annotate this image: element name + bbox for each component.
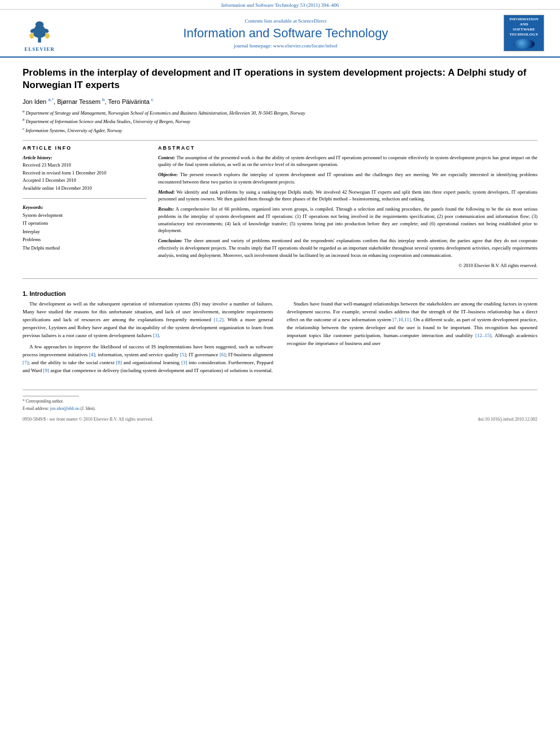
- journal-homepage-url: www.elsevier.com/locate/infsof: [273, 43, 338, 49]
- divider-body: [23, 278, 537, 279]
- journal-logo-text: INFORMATION AND SOFTWARE TECHNOLOGY: [509, 17, 539, 37]
- ref-7[interactable]: [7]: [23, 360, 29, 365]
- accepted-date: Accepted 1 December 2010: [23, 177, 147, 185]
- abstract-heading: ABSTRACT: [158, 145, 537, 151]
- elsevier-logo-area: ELSEVIER: [11, 14, 68, 52]
- sciencedirect-link: Contents lists available at ScienceDirec…: [68, 18, 504, 24]
- sciencedirect-anchor[interactable]: ScienceDirect: [298, 18, 326, 24]
- elsevier-label: ELSEVIER: [24, 46, 55, 52]
- ref-4[interactable]: [4]: [89, 352, 95, 357]
- article-history: Article history: Received 23 March 2010 …: [23, 154, 147, 193]
- ref-9[interactable]: [9]: [43, 368, 50, 373]
- footnote-separator: [23, 396, 79, 396]
- divider-1: [23, 140, 537, 141]
- svg-rect-0: [38, 37, 41, 42]
- journal-header-center: Contents lists available at ScienceDirec…: [68, 18, 504, 49]
- journal-logo-circle-icon: [513, 39, 535, 49]
- ref-3[interactable]: [3]: [153, 333, 159, 338]
- revised-date: Received in revised form 1 December 2010: [23, 169, 147, 177]
- journal-header: ELSEVIER Contents lists available at Sci…: [0, 10, 560, 58]
- intro-para-1: The development as well as the subsequen…: [23, 300, 273, 340]
- page-footer: 0950-5849/$ - see front matter © 2010 El…: [23, 417, 537, 422]
- introduction-body-columns: The development as well as the subsequen…: [23, 300, 537, 378]
- ref-8[interactable]: [8]: [116, 360, 122, 365]
- copyright-footer: 0950-5849/$ - see front matter © 2010 El…: [23, 417, 153, 422]
- svg-point-3: [36, 21, 44, 28]
- keyword-1: System development: [23, 211, 147, 219]
- intro-para-3: Studies have found that well-managed rel…: [287, 300, 537, 348]
- ref-7-10-11[interactable]: [7,10,11]: [392, 317, 411, 322]
- authors-line: Jon Iden a,*, Bjørnar Tessem b, Tero Päi…: [23, 97, 537, 105]
- article-info-abstract-section: ARTICLE INFO Article history: Received 2…: [23, 145, 537, 270]
- keywords-section: Keywords: System development IT operatio…: [23, 203, 147, 252]
- ref-3b[interactable]: [3]: [181, 360, 187, 365]
- email-note: E-mail address: jon.iden@nhh.no (J. Iden…: [23, 406, 537, 411]
- affiliations: a Department of Strategy and Management,…: [23, 108, 537, 134]
- journal-logo-area: INFORMATION AND SOFTWARE TECHNOLOGY: [504, 15, 549, 51]
- main-content: Problems in the interplay of development…: [0, 58, 560, 431]
- keywords-label: Keywords:: [23, 204, 43, 210]
- intro-col-2: Studies have found that well-managed rel…: [287, 300, 537, 378]
- intro-col-1: The development as well as the subsequen…: [23, 300, 273, 378]
- journal-title: Information and Software Technology: [68, 26, 504, 41]
- abstract-method: Method: We identify and rank problems by…: [158, 189, 537, 203]
- abstract-text: Context: The assumption of the presented…: [158, 154, 537, 270]
- keyword-5: The Delphi method: [23, 244, 147, 252]
- author-email[interactable]: jon.iden@nhh.no: [50, 406, 80, 411]
- abstract-objective: Objective: The present research explores…: [158, 171, 537, 186]
- journal-reference-bar: Information and Software Technology 53 (…: [0, 0, 560, 10]
- divider-keywords: [23, 198, 147, 199]
- abstract-context: Context: The assumption of the presented…: [158, 154, 537, 169]
- ref-12-15[interactable]: [12–15]: [475, 333, 492, 338]
- abstract-conclusion: Conclusion: The sheer amount and variety…: [158, 237, 537, 259]
- intro-para-2: A few approaches to improve the likeliho…: [23, 343, 273, 375]
- keyword-2: IT operations: [23, 219, 147, 227]
- received-date: Received 23 March 2010: [23, 161, 147, 169]
- ref-6[interactable]: [6]: [220, 352, 226, 357]
- journal-reference-text: Information and Software Technology 53 (…: [221, 2, 339, 8]
- doi-footer: doi:10.1016/j.infsof.2010.12.002: [478, 417, 537, 422]
- affiliation-c: c Information Systems, University of Agd…: [23, 126, 537, 134]
- elsevier-logo: ELSEVIER: [11, 14, 68, 52]
- paper-title: Problems in the interplay of development…: [23, 67, 537, 91]
- author-jon-iden: Jon Iden a,*, Bjørnar Tessem b, Tero Päi…: [23, 98, 154, 105]
- svg-point-7: [45, 33, 49, 38]
- journal-logo-box: INFORMATION AND SOFTWARE TECHNOLOGY: [504, 15, 544, 51]
- article-info-heading: ARTICLE INFO: [23, 145, 147, 151]
- affiliation-a: a Department of Strategy and Management,…: [23, 108, 537, 117]
- affiliation-b: b Department of Information Science and …: [23, 117, 537, 125]
- history-label: Article history:: [23, 155, 53, 160]
- ref-5[interactable]: [5]: [180, 352, 186, 357]
- introduction-title: 1. Introduction: [23, 290, 537, 297]
- keyword-3: Interplay: [23, 228, 147, 235]
- abstract-results: Results: A comprehensive list of 66 prob…: [158, 206, 537, 234]
- elsevier-tree-icon: [23, 14, 56, 45]
- available-date: Available online 14 December 2010: [23, 185, 147, 193]
- introduction-section: 1. Introduction The development as well …: [23, 290, 537, 378]
- ref-1-2[interactable]: [1,2]: [214, 317, 224, 322]
- article-info-column: ARTICLE INFO Article history: Received 2…: [23, 145, 147, 270]
- journal-homepage: journal homepage: www.elsevier.com/locat…: [68, 43, 504, 49]
- corresponding-author-note: * Corresponding author.: [23, 399, 537, 404]
- keyword-4: Problems: [23, 235, 147, 243]
- abstract-column: ABSTRACT Context: The assumption of the …: [158, 145, 537, 270]
- footer-section: * Corresponding author. E-mail address: …: [23, 390, 537, 422]
- copyright-notice: © 2010 Elsevier B.V. All rights reserved…: [158, 262, 537, 269]
- svg-point-6: [30, 33, 34, 38]
